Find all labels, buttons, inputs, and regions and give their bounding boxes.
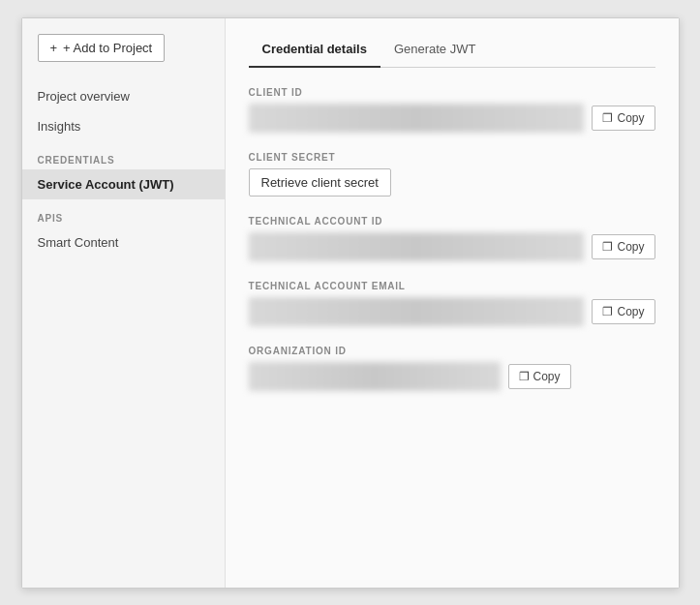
sidebar-item-service-account[interactable]: Service Account (JWT) [22, 169, 225, 199]
add-to-project-label: + Add to Project [63, 41, 152, 55]
field-group-organization-id: ORGANIZATION ID ❐ Copy [249, 346, 655, 391]
tab-bar: Credential details Generate JWT [249, 34, 655, 68]
sidebar: + + Add to Project Project overview Insi… [22, 18, 226, 588]
copy-icon-organization-id: ❐ [519, 370, 530, 383]
sidebar-item-insights[interactable]: Insights [22, 111, 225, 141]
organization-id-copy-button[interactable]: ❐ Copy [508, 364, 571, 389]
tab-credential-details[interactable]: Credential details [249, 34, 380, 68]
tab-generate-jwt[interactable]: Generate JWT [380, 34, 490, 68]
plus-icon: + [50, 41, 58, 55]
add-to-project-button[interactable]: + + Add to Project [38, 34, 166, 62]
field-group-technical-account-id: TECHNICAL ACCOUNT ID ❐ Copy [249, 216, 655, 261]
client-id-label: CLIENT ID [249, 87, 655, 98]
technical-account-email-value [249, 297, 585, 326]
field-group-client-id: CLIENT ID ❐ Copy [249, 87, 655, 133]
organization-id-row: ❐ Copy [249, 362, 655, 391]
client-secret-label: CLIENT SECRET [249, 152, 655, 163]
apis-section-label: APIS [22, 199, 225, 227]
technical-account-id-row: ❐ Copy [249, 232, 655, 261]
technical-account-id-label: TECHNICAL ACCOUNT ID [249, 216, 655, 227]
retrieve-client-secret-button[interactable]: Retrieve client secret [249, 168, 391, 197]
copy-icon-client-id: ❐ [602, 111, 613, 125]
technical-account-email-copy-button[interactable]: ❐ Copy [592, 299, 654, 324]
copy-icon-technical-account-id: ❐ [602, 240, 613, 254]
client-id-copy-label: Copy [617, 111, 644, 125]
client-id-value [249, 104, 585, 133]
sidebar-item-project-overview[interactable]: Project overview [22, 81, 225, 111]
field-group-technical-account-email: TECHNICAL ACCOUNT EMAIL ❐ Copy [249, 281, 655, 326]
client-id-row: ❐ Copy [249, 104, 655, 133]
technical-account-id-copy-button[interactable]: ❐ Copy [592, 234, 654, 259]
client-id-copy-button[interactable]: ❐ Copy [592, 106, 654, 131]
sidebar-item-smart-content[interactable]: Smart Content [22, 227, 225, 257]
field-group-client-secret: CLIENT SECRET Retrieve client secret [249, 152, 655, 197]
technical-account-id-value [249, 232, 585, 261]
technical-account-email-row: ❐ Copy [249, 297, 655, 326]
technical-account-id-copy-label: Copy [617, 240, 644, 254]
app-window: + + Add to Project Project overview Insi… [21, 17, 680, 589]
organization-id-label: ORGANIZATION ID [249, 346, 655, 356]
organization-id-copy-label: Copy [533, 370, 561, 383]
copy-icon-technical-account-email: ❐ [602, 305, 613, 318]
main-content: Credential details Generate JWT CLIENT I… [226, 18, 679, 588]
client-secret-row: Retrieve client secret [249, 168, 655, 197]
technical-account-email-copy-label: Copy [617, 305, 644, 318]
organization-id-value [249, 362, 501, 391]
technical-account-email-label: TECHNICAL ACCOUNT EMAIL [249, 281, 655, 291]
credentials-section-label: CREDENTIALS [22, 141, 225, 169]
